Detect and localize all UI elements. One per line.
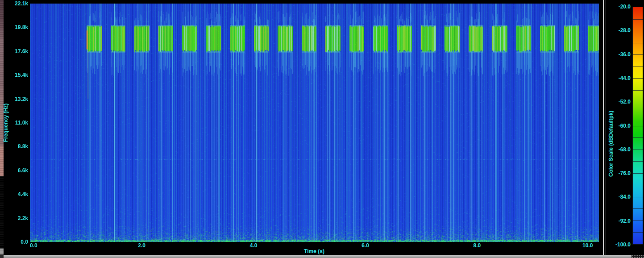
db-tick-label: -20.0	[605, 4, 631, 10]
colorbar-segment-line	[633, 90, 643, 91]
colorbar-segment-line	[633, 67, 643, 67]
colorbar-segment-line	[633, 78, 643, 79]
db-tick-label: -36.0	[605, 51, 631, 58]
freq-tick-label: 19.8k	[8, 24, 28, 30]
colorbar-segment-line	[633, 114, 643, 114]
colorbar-segment-line	[633, 150, 643, 150]
bottom-left-corner	[0, 254, 4, 258]
colorbar-segment-line	[633, 173, 643, 174]
colorbar-segment-line	[633, 185, 643, 185]
colorbar-segment-line	[633, 161, 643, 162]
resize-grip-icon[interactable]	[632, 255, 644, 258]
freq-tick-label: 15.4k	[8, 72, 28, 78]
spectrogram-plot[interactable]	[30, 4, 599, 242]
time-tick-label: 2.0	[138, 242, 145, 249]
colorbar	[632, 7, 643, 245]
colorbar-segment-line	[633, 43, 643, 43]
db-tick-label: -28.0	[605, 27, 631, 33]
freq-tick-label: 17.6k	[8, 48, 28, 54]
freq-tick-label: 6.6k	[8, 167, 28, 174]
db-tick-label: -60.0	[605, 123, 631, 129]
freq-tick-label: 11.0k	[8, 120, 28, 126]
db-tick-label: -100.0	[605, 241, 631, 248]
time-tick-label: 6.0	[361, 242, 369, 249]
time-axis-title: Time (s)	[304, 248, 324, 254]
time-tick-label: 8.0	[474, 242, 481, 249]
db-tick-label: -44.0	[605, 75, 631, 81]
panel-splitter[interactable]	[603, 0, 604, 255]
spectrogram-viewer-window: Frequency (Hz) 22.1k19.8k17.6k15.4k13.2k…	[0, 0, 644, 258]
colorbar-segment-line	[633, 208, 643, 209]
db-tick-label: -76.0	[605, 170, 631, 176]
colorbar-segment-line	[633, 197, 643, 197]
db-tick-label: -84.0	[605, 194, 631, 200]
colorbar-segment-line	[633, 221, 643, 221]
db-tick-label: -68.0	[605, 146, 631, 153]
time-tick-label: 10.0	[582, 242, 593, 249]
window-bottom-edge	[4, 255, 644, 258]
color-scale-title: Color Scale (dBDefaultpk)	[608, 111, 614, 177]
time-tick-label: 4.0	[250, 242, 258, 249]
colorbar-segment-line	[633, 19, 643, 20]
freq-tick-label: 8.8k	[8, 143, 28, 150]
colorbar-segment-line	[633, 31, 643, 31]
colorbar-segment-line	[633, 137, 643, 138]
freq-tick-label: 0.0	[8, 239, 28, 245]
freq-tick-label: 13.2k	[8, 96, 28, 102]
freq-tick-label: 22.1k	[8, 0, 28, 7]
freq-tick-label: 2.2k	[8, 215, 28, 221]
colorbar-segment-line	[633, 102, 643, 102]
time-tick-label: 0.0	[30, 242, 37, 249]
db-tick-label: -92.0	[605, 218, 631, 224]
freq-tick-label: 4.4k	[8, 191, 28, 197]
colorbar-segment-line	[633, 54, 643, 55]
colorbar-segment-line	[633, 126, 643, 126]
db-tick-label: -52.0	[605, 99, 631, 105]
colorbar-segment-line	[633, 232, 643, 233]
